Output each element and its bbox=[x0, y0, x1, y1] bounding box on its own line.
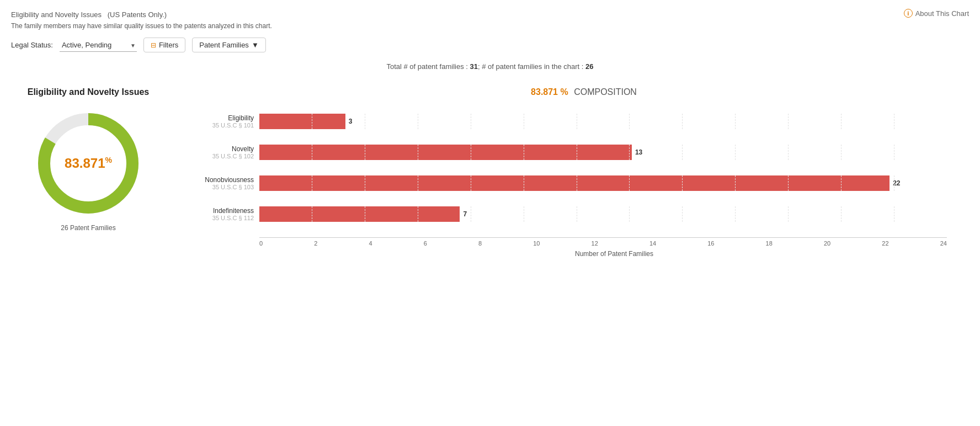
title-text: Eligibility and Novelty Issues bbox=[11, 10, 102, 19]
bar-value-indefiniteness: 7 bbox=[463, 210, 467, 218]
composition-label: COMPOSITION bbox=[574, 87, 637, 97]
filter-button-label: Filters bbox=[159, 41, 178, 49]
x-label-22: 22 bbox=[882, 240, 888, 247]
about-label: About This Chart bbox=[915, 9, 969, 18]
bar-label-indefiniteness: Indefiniteness 35 U.S.C § 112 bbox=[199, 207, 254, 221]
x-label-8: 8 bbox=[478, 240, 482, 247]
donut-section: Eligibility and Novelty Issues 83.871% 2… bbox=[11, 87, 166, 232]
x-axis-title: Number of Patent Families bbox=[259, 250, 969, 258]
grid-area: Eligibility 35 U.S.C § 101 bbox=[259, 114, 947, 222]
title-row: Eligibility and Novelty Issues (US Paten… bbox=[11, 9, 969, 30]
x-label-4: 4 bbox=[369, 240, 372, 247]
donut-families-label: 26 Patent Families bbox=[61, 224, 115, 232]
bar-row-indefiniteness: Indefiniteness 35 U.S.C § 112 bbox=[259, 206, 947, 222]
title-block: Eligibility and Novelty Issues (US Paten… bbox=[11, 9, 272, 30]
donut-chart-title: Eligibility and Novelty Issues bbox=[28, 87, 150, 97]
donut-percent-value: 83.871% bbox=[65, 156, 112, 171]
x-axis-labels: 0 2 4 6 8 10 12 14 16 18 20 22 24 bbox=[259, 240, 947, 247]
bar-fill-indefiniteness bbox=[259, 206, 460, 222]
x-label-10: 10 bbox=[533, 240, 540, 247]
total-families: 31 bbox=[470, 62, 477, 71]
bar-track-eligibility: 3 bbox=[259, 114, 947, 129]
x-label-18: 18 bbox=[766, 240, 773, 247]
x-label-24: 24 bbox=[940, 240, 947, 247]
x-label-2: 2 bbox=[314, 240, 317, 247]
filters-button[interactable]: ⊟ Filters bbox=[143, 38, 185, 52]
x-label-20: 20 bbox=[824, 240, 830, 247]
bar-track-indefiniteness: 7 bbox=[259, 206, 947, 222]
chart-families: 26 bbox=[585, 62, 593, 71]
donut-center: 83.871% bbox=[65, 156, 112, 171]
bar-citation-nonobviousness: 35 U.S.C § 103 bbox=[199, 184, 254, 190]
x-label-12: 12 bbox=[592, 240, 598, 247]
x-axis-line bbox=[259, 237, 947, 238]
bar-chart-area: Eligibility 35 U.S.C § 101 bbox=[199, 114, 969, 258]
main-title: Eligibility and Novelty Issues (US Paten… bbox=[11, 9, 272, 20]
chevron-down-icon-families: ▼ bbox=[252, 41, 259, 49]
x-label-6: 6 bbox=[424, 240, 427, 247]
bar-fill-novelty bbox=[259, 145, 632, 160]
bar-citation-indefiniteness: 35 U.S.C § 112 bbox=[199, 215, 254, 221]
bar-name-nonobviousness: Nonobviousness bbox=[199, 176, 254, 184]
patent-families-button[interactable]: Patent Families ▼ bbox=[192, 38, 265, 52]
bar-citation-eligibility: 35 U.S.C § 101 bbox=[199, 122, 254, 129]
bar-name-novelty: Novelty bbox=[199, 145, 254, 153]
bar-label-novelty: Novelty 35 U.S.C § 102 bbox=[199, 145, 254, 159]
bar-value-nonobviousness: 22 bbox=[893, 179, 900, 187]
composition-percent: 83.871 % bbox=[531, 87, 571, 97]
legal-status-dropdown[interactable]: Active, Pending Active Pending Expired bbox=[60, 39, 137, 52]
about-this-chart-link[interactable]: i About This Chart bbox=[904, 9, 969, 18]
bar-name-indefiniteness: Indefiniteness bbox=[199, 207, 254, 215]
donut-chart: 83.871% bbox=[33, 108, 143, 219]
subtitle: The family members may have similar qual… bbox=[11, 22, 272, 30]
bar-row-eligibility: Eligibility 35 U.S.C § 101 bbox=[259, 114, 947, 129]
bar-track-novelty: 13 bbox=[259, 145, 947, 160]
bar-row-novelty: Novelty 35 U.S.C § 102 bbox=[259, 145, 947, 160]
bar-track-nonobviousness: 22 bbox=[259, 175, 947, 191]
bar-citation-novelty: 35 U.S.C § 102 bbox=[199, 153, 254, 159]
bar-name-eligibility: Eligibility bbox=[199, 114, 254, 122]
header-section: Eligibility and Novelty Issues (US Paten… bbox=[11, 9, 969, 52]
patent-families-label: Patent Families bbox=[199, 41, 249, 49]
legal-status-label: Legal Status: bbox=[11, 41, 53, 49]
x-label-16: 16 bbox=[707, 240, 714, 247]
controls-row: Legal Status: Active, Pending Active Pen… bbox=[11, 38, 969, 52]
info-icon: i bbox=[904, 9, 913, 18]
chart-container: Eligibility and Novelty Issues 83.871% 2… bbox=[11, 87, 969, 258]
x-axis: 0 2 4 6 8 10 12 14 16 18 20 22 24 bbox=[259, 237, 947, 247]
bar-label-nonobviousness: Nonobviousness 35 U.S.C § 103 bbox=[199, 176, 254, 190]
title-suffix: (US Patents Only.) bbox=[108, 10, 167, 19]
bar-fill-eligibility bbox=[259, 114, 345, 129]
legal-status-select[interactable]: Active, Pending Active Pending Expired ▼ bbox=[60, 39, 137, 52]
x-label-14: 14 bbox=[649, 240, 656, 247]
x-label-0: 0 bbox=[259, 240, 263, 247]
donut-percent-symbol: % bbox=[105, 156, 111, 164]
bar-row-nonobviousness: Nonobviousness 35 U.S.C § 103 bbox=[259, 175, 947, 191]
filter-icon: ⊟ bbox=[151, 41, 156, 49]
bar-value-eligibility: 3 bbox=[349, 118, 353, 125]
bar-label-eligibility: Eligibility 35 U.S.C § 101 bbox=[199, 114, 254, 129]
composition-title: 83.871 % COMPOSITION bbox=[199, 87, 969, 97]
bar-fill-nonobviousness bbox=[259, 175, 890, 191]
summary-text: Total # of patent families : 31; # of pa… bbox=[11, 62, 969, 71]
bar-value-novelty: 13 bbox=[635, 148, 642, 156]
bar-chart-section: 83.871 % COMPOSITION Eligibility 35 U.S.… bbox=[188, 87, 969, 258]
